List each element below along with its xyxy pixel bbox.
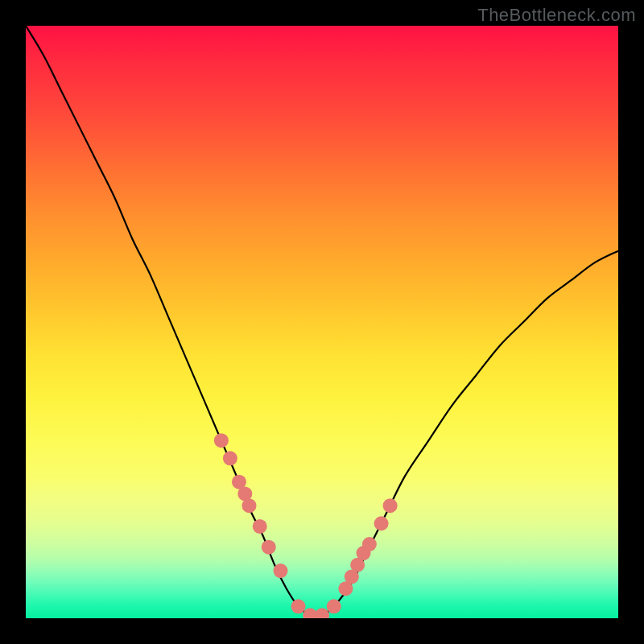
- gradient-plot-area: [26, 26, 618, 618]
- highlight-marker: [273, 564, 287, 578]
- highlight-marker: [383, 498, 398, 513]
- bottleneck-curve-svg: [26, 26, 618, 618]
- chart-frame: TheBottleneck.com: [0, 0, 644, 644]
- highlight-marker: [223, 451, 237, 465]
- highlight-marker: [362, 537, 377, 551]
- bottleneck-curve-line: [26, 26, 618, 617]
- highlight-marker: [291, 599, 306, 613]
- highlight-marker: [374, 516, 389, 530]
- highlight-marker: [214, 433, 229, 448]
- highlight-marker: [315, 608, 329, 618]
- highlight-marker: [242, 498, 256, 513]
- highlight-markers-group: [214, 433, 398, 618]
- highlight-marker: [253, 519, 267, 534]
- highlight-marker: [327, 599, 341, 613]
- watermark-text: TheBottleneck.com: [477, 5, 636, 26]
- highlight-marker: [262, 540, 276, 555]
